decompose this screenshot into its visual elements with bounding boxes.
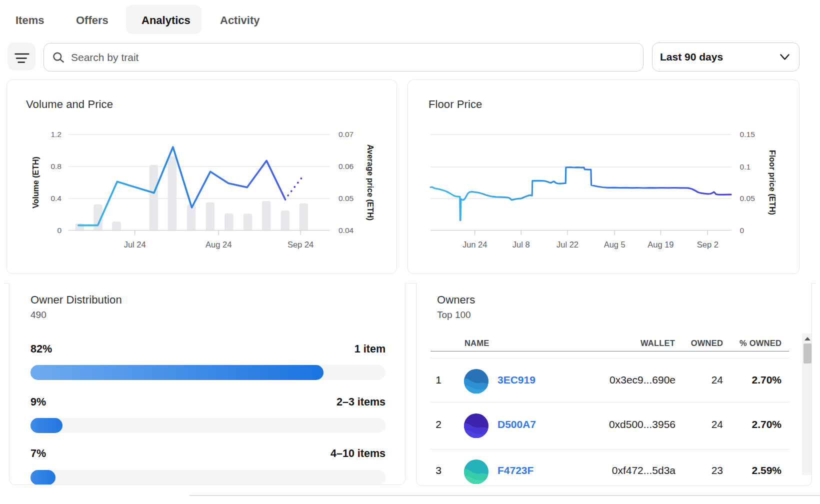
svg-text:Volume (ETH): Volume (ETH) <box>32 156 40 208</box>
svg-text:Sep 24: Sep 24 <box>288 240 314 249</box>
svg-text:Jul 22: Jul 22 <box>556 240 578 249</box>
svg-text:Aug 24: Aug 24 <box>206 240 232 249</box>
svg-text:Aug 5: Aug 5 <box>604 240 626 249</box>
svg-text:0.4: 0.4 <box>50 194 62 202</box>
svg-text:0: 0 <box>740 226 744 234</box>
svg-text:0.1: 0.1 <box>740 162 751 171</box>
svg-text:Jul 8: Jul 8 <box>512 240 530 249</box>
svg-text:0.8: 0.8 <box>50 162 62 170</box>
svg-text:Jul 24: Jul 24 <box>124 240 146 249</box>
svg-text:Average price (ETH): Average price (ETH) <box>366 144 374 220</box>
svg-text:0.04: 0.04 <box>338 226 354 234</box>
svg-text:1.2: 1.2 <box>50 130 62 138</box>
svg-text:Aug 19: Aug 19 <box>648 240 674 249</box>
svg-text:0.06: 0.06 <box>338 162 354 170</box>
svg-text:0.07: 0.07 <box>338 130 354 138</box>
svg-text:Jun 24: Jun 24 <box>462 240 488 249</box>
svg-text:0.05: 0.05 <box>338 194 354 202</box>
svg-text:Sep 2: Sep 2 <box>697 240 718 249</box>
svg-text:0.15: 0.15 <box>740 130 755 138</box>
svg-text:0.05: 0.05 <box>740 194 755 202</box>
svg-text:0: 0 <box>57 226 62 234</box>
svg-text:Floor price (ETH): Floor price (ETH) <box>768 150 776 215</box>
